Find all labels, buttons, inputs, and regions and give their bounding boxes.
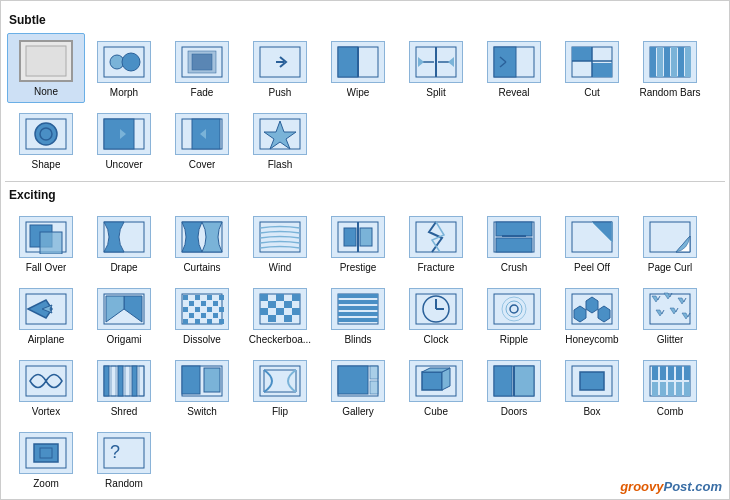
transition-icon-curtains: [175, 216, 229, 258]
svg-rect-88: [338, 300, 378, 304]
transition-item-switch[interactable]: Switch: [163, 352, 241, 422]
transition-icon-dissolve: [175, 288, 229, 330]
svg-rect-115: [118, 366, 123, 396]
transition-icon-box: [565, 360, 619, 402]
transition-item-clock[interactable]: Clock: [397, 280, 475, 350]
transition-icon-doors: [487, 360, 541, 402]
transition-item-prestige[interactable]: Prestige: [319, 208, 397, 278]
transition-item-push[interactable]: Push: [241, 33, 319, 103]
transition-item-wipe[interactable]: Wipe: [319, 33, 397, 103]
transition-label-honeycomb: Honeycomb: [565, 334, 618, 346]
svg-rect-65: [195, 307, 200, 312]
transition-icon-flash: [253, 113, 307, 155]
transition-icon-page-curl: [643, 216, 697, 258]
transition-item-flash[interactable]: Flash: [241, 105, 319, 175]
transition-icon-clock: [409, 288, 463, 330]
transition-item-cube[interactable]: Cube: [397, 352, 475, 422]
transition-item-flip[interactable]: Flip: [241, 352, 319, 422]
transition-item-fall-over[interactable]: Fall Over: [7, 208, 85, 278]
transition-icon-push: [253, 41, 307, 83]
transition-label-clock: Clock: [423, 334, 448, 346]
transition-label-blinds: Blinds: [344, 334, 371, 346]
section-title-subtle: Subtle: [5, 13, 725, 27]
svg-rect-49: [496, 238, 532, 252]
transition-label-dissolve: Dissolve: [183, 334, 221, 346]
transition-label-none: None: [34, 86, 58, 98]
svg-rect-24: [664, 47, 670, 77]
svg-rect-71: [183, 319, 188, 324]
transition-label-airplane: Airplane: [28, 334, 65, 346]
svg-rect-126: [370, 381, 378, 394]
svg-rect-91: [338, 318, 378, 322]
transition-item-origami[interactable]: Origami: [85, 280, 163, 350]
transition-item-peel-off[interactable]: Peel Off: [553, 208, 631, 278]
transition-item-gallery[interactable]: Gallery: [319, 352, 397, 422]
transition-item-none[interactable]: None: [7, 33, 85, 103]
transition-label-wind: Wind: [269, 262, 292, 274]
svg-rect-63: [213, 301, 218, 306]
transition-item-zoom[interactable]: Zoom: [7, 424, 85, 494]
transition-item-airplane[interactable]: Airplane: [7, 280, 85, 350]
transition-item-comb[interactable]: Comb: [631, 352, 709, 422]
transition-item-fracture[interactable]: Fracture: [397, 208, 475, 278]
transition-item-doors[interactable]: Doors: [475, 352, 553, 422]
transition-grid-exciting: Fall OverDrapeCurtainsWindPrestigeFractu…: [5, 208, 725, 494]
transition-item-page-curl[interactable]: Page Curl: [631, 208, 709, 278]
svg-rect-73: [207, 319, 212, 324]
transition-item-honeycomb[interactable]: Honeycomb: [553, 280, 631, 350]
transition-label-page-curl: Page Curl: [648, 262, 692, 274]
transition-item-reveal[interactable]: Reveal: [475, 33, 553, 103]
transition-item-uncover[interactable]: Uncover: [85, 105, 163, 175]
transition-item-random[interactable]: ?Random: [85, 424, 163, 494]
transition-label-cut: Cut: [584, 87, 600, 99]
transition-label-reveal: Reveal: [498, 87, 529, 99]
svg-rect-70: [213, 313, 218, 318]
transition-item-box[interactable]: Box: [553, 352, 631, 422]
svg-rect-140: [660, 366, 666, 380]
transition-label-crush: Crush: [501, 262, 528, 274]
transition-label-push: Push: [269, 87, 292, 99]
transition-label-wipe: Wipe: [347, 87, 370, 99]
transition-icon-glitter: [643, 288, 697, 330]
svg-rect-141: [660, 382, 666, 396]
transition-icon-none: [19, 40, 73, 82]
svg-rect-83: [292, 308, 300, 315]
transition-item-wind[interactable]: Wind: [241, 208, 319, 278]
svg-rect-89: [338, 306, 378, 310]
transition-item-crush[interactable]: Crush: [475, 208, 553, 278]
transition-item-split[interactable]: Split: [397, 33, 475, 103]
section-title-exciting: Exciting: [5, 188, 725, 202]
transition-label-ripple: Ripple: [500, 334, 528, 346]
transition-item-checkerboard[interactable]: Checkerboa...: [241, 280, 319, 350]
svg-rect-80: [284, 301, 292, 308]
transition-item-drape[interactable]: Drape: [85, 208, 163, 278]
svg-point-3: [122, 53, 140, 71]
watermark-groovy: groovy: [620, 479, 663, 494]
transition-item-morph[interactable]: Morph: [85, 33, 163, 103]
transition-item-cover[interactable]: Cover: [163, 105, 241, 175]
transition-item-dissolve[interactable]: Dissolve: [163, 280, 241, 350]
transition-item-ripple[interactable]: Ripple: [475, 280, 553, 350]
transition-item-curtains[interactable]: Curtains: [163, 208, 241, 278]
transition-icon-ripple: [487, 288, 541, 330]
transition-label-peel-off: Peel Off: [574, 262, 610, 274]
transition-item-fade[interactable]: Fade: [163, 33, 241, 103]
transition-item-shape[interactable]: Shape: [7, 105, 85, 175]
transition-item-cut[interactable]: Cut: [553, 33, 631, 103]
transition-icon-origami: [97, 288, 151, 330]
transition-item-blinds[interactable]: Blinds: [319, 280, 397, 350]
transition-icon-random-bars: [643, 41, 697, 83]
svg-text:?: ?: [110, 442, 120, 462]
svg-rect-68: [189, 313, 194, 318]
svg-rect-96: [494, 294, 534, 324]
transition-icon-shape: [19, 113, 73, 155]
svg-rect-39: [40, 232, 62, 254]
transition-item-glitter[interactable]: Glitter: [631, 280, 709, 350]
transition-item-shred[interactable]: Shred: [85, 352, 163, 422]
transition-icon-cover: [175, 113, 229, 155]
transition-icon-flip: [253, 360, 307, 402]
transition-item-random-bars[interactable]: Random Bars: [631, 33, 709, 103]
watermark-domain: .com: [692, 479, 722, 494]
transition-label-cover: Cover: [189, 159, 216, 171]
transition-item-vortex[interactable]: Vortex: [7, 352, 85, 422]
